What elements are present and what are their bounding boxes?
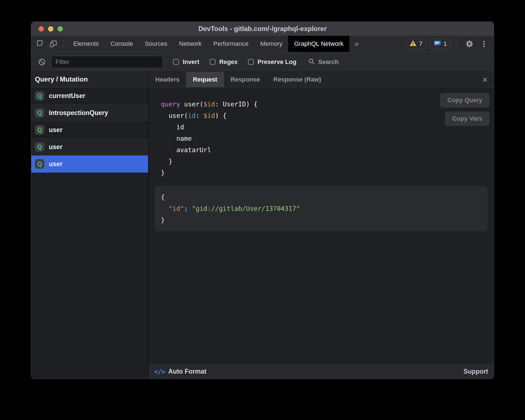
tab-console[interactable]: Console bbox=[105, 36, 139, 52]
query-list-panel: Query / Mutation QcurrentUserQIntrospect… bbox=[31, 72, 149, 379]
traffic-lights bbox=[39, 22, 63, 36]
query-list-item-introspectionquery-1[interactable]: QIntrospectionQuery bbox=[31, 104, 148, 121]
message-bubble-icon bbox=[434, 40, 441, 48]
checkbox-invert[interactable] bbox=[173, 59, 179, 65]
query-name: currentUser bbox=[49, 92, 85, 100]
titlebar: DevTools - gitlab.com/-/graphql-explorer bbox=[31, 22, 494, 36]
request-tab-content: query user($id: UserID) { user(id: $id) … bbox=[149, 87, 494, 364]
issues-badge[interactable]: 1 bbox=[430, 39, 450, 49]
issues-count: 1 bbox=[443, 40, 447, 47]
code-line: avatarUrl bbox=[161, 144, 494, 156]
tab-memory[interactable]: Memory bbox=[254, 36, 288, 52]
code-line: } bbox=[161, 214, 488, 226]
checkbox-regex[interactable] bbox=[210, 59, 216, 65]
tab-sources[interactable]: Sources bbox=[139, 36, 173, 52]
fullscreen-window-button[interactable] bbox=[58, 26, 63, 32]
search-label: Search bbox=[318, 58, 338, 66]
tab-graphql-network[interactable]: GraphQL Network bbox=[288, 36, 349, 52]
devtools-tabbar: ElementsConsoleSourcesNetworkPerformance… bbox=[31, 36, 494, 52]
devtools-window: DevTools - gitlab.com/-/graphql-explorer… bbox=[31, 22, 494, 379]
query-list-header: Query / Mutation bbox=[31, 72, 148, 87]
filter-input[interactable] bbox=[51, 56, 163, 68]
toolbar-right-cluster: 7 1 bbox=[406, 39, 494, 49]
detail-tab-request[interactable]: Request bbox=[186, 72, 224, 87]
query-variables-box: { "id": "gid://gitlab/User/13704317"} bbox=[155, 186, 488, 232]
support-link[interactable]: Support bbox=[464, 368, 488, 375]
warning-icon bbox=[409, 40, 417, 48]
detail-tab-headers[interactable]: Headers bbox=[149, 72, 186, 87]
warnings-badge[interactable]: 7 bbox=[406, 39, 426, 49]
code-line: } bbox=[161, 167, 494, 179]
query-type-badge: Q bbox=[35, 159, 44, 169]
filter-checkboxes: InvertRegexPreserve Log bbox=[163, 58, 296, 66]
query-list-item-currentuser-0[interactable]: QcurrentUser bbox=[31, 87, 148, 104]
query-type-badge: Q bbox=[35, 91, 44, 101]
search-icon bbox=[308, 58, 315, 66]
tab-performance[interactable]: Performance bbox=[207, 36, 254, 52]
auto-format-icon: </> bbox=[154, 368, 165, 375]
checkbox-label-preserve-log: Preserve Log bbox=[257, 58, 296, 66]
code-line: { bbox=[161, 192, 488, 203]
query-list-item-user-4[interactable]: Quser bbox=[31, 156, 148, 173]
screen: DevTools - gitlab.com/-/graphql-explorer… bbox=[0, 0, 525, 420]
query-type-badge: Q bbox=[35, 142, 44, 152]
search-button[interactable]: Search bbox=[308, 58, 338, 66]
auto-format-button[interactable]: Auto Format bbox=[168, 368, 207, 375]
checkbox-preserve-log[interactable] bbox=[248, 59, 254, 65]
minimize-window-button[interactable] bbox=[48, 26, 53, 32]
detail-tab-response[interactable]: Response bbox=[224, 72, 267, 87]
query-type-badge: Q bbox=[35, 108, 44, 118]
tab-network[interactable]: Network bbox=[173, 36, 207, 52]
detail-tabs: HeadersRequestResponseResponse (Raw)× bbox=[149, 72, 494, 87]
detail-tab-response-raw[interactable]: Response (Raw) bbox=[267, 72, 328, 87]
filter-bar: InvertRegexPreserve Log Search bbox=[31, 52, 494, 71]
query-list-item-user-3[interactable]: Quser bbox=[31, 139, 148, 156]
tab-elements[interactable]: Elements bbox=[67, 36, 105, 52]
window-title: DevTools - gitlab.com/-/graphql-explorer bbox=[31, 25, 494, 33]
more-panels-button[interactable]: » bbox=[349, 39, 364, 48]
clear-filter-icon[interactable] bbox=[37, 57, 47, 67]
code-line: name bbox=[161, 133, 494, 144]
detail-footer: </> Auto Format Support bbox=[149, 364, 494, 379]
toolbar-divider bbox=[63, 40, 63, 48]
request-detail-panel: HeadersRequestResponseResponse (Raw)× qu… bbox=[149, 72, 494, 379]
settings-gear-icon[interactable] bbox=[464, 39, 475, 49]
copy-buttons: Copy Query Copy Vars bbox=[440, 93, 490, 126]
checkbox-group-invert[interactable]: Invert bbox=[173, 58, 199, 66]
kebab-menu-icon[interactable] bbox=[479, 39, 489, 49]
checkbox-label-invert: Invert bbox=[183, 58, 199, 66]
main-content: Query / Mutation QcurrentUserQIntrospect… bbox=[31, 71, 494, 379]
checkbox-group-preserve-log[interactable]: Preserve Log bbox=[248, 58, 296, 66]
query-name: user bbox=[49, 143, 63, 151]
panel-tabs: ElementsConsoleSourcesNetworkPerformance… bbox=[67, 36, 349, 52]
device-toolbar-icon[interactable] bbox=[49, 39, 58, 49]
toolbar-divider bbox=[456, 40, 456, 48]
warnings-count: 7 bbox=[419, 40, 423, 47]
inspect-element-icon[interactable] bbox=[36, 39, 45, 49]
close-detail-icon[interactable]: × bbox=[482, 75, 488, 84]
close-window-button[interactable] bbox=[39, 26, 44, 32]
query-type-badge: Q bbox=[35, 125, 44, 135]
checkbox-label-regex: Regex bbox=[219, 58, 238, 66]
copy-query-button[interactable]: Copy Query bbox=[440, 93, 490, 108]
query-name: IntrospectionQuery bbox=[49, 109, 108, 117]
query-list: QcurrentUserQIntrospectionQueryQuserQuse… bbox=[31, 87, 148, 173]
query-name: user bbox=[49, 160, 63, 168]
code-line: } bbox=[161, 156, 494, 167]
code-line: "id": "gid://gitlab/User/13704317" bbox=[161, 203, 488, 214]
query-list-item-user-2[interactable]: Quser bbox=[31, 121, 148, 139]
checkbox-group-regex[interactable]: Regex bbox=[210, 58, 238, 66]
copy-vars-button[interactable]: Copy Vars bbox=[445, 111, 490, 126]
query-name: user bbox=[49, 126, 63, 134]
